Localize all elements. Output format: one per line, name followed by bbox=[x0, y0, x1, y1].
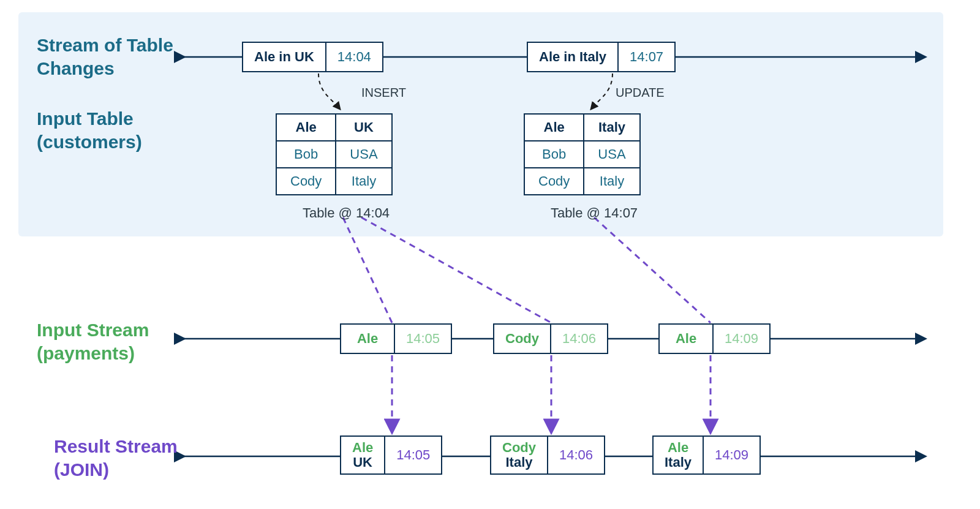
table-caption-1: Table @ 14:04 bbox=[288, 205, 404, 221]
change-event-text: Ale in UK bbox=[242, 42, 326, 72]
table-cell: USA bbox=[584, 141, 639, 168]
result-event-3: Ale Italy 14:09 bbox=[652, 435, 761, 475]
result-time: 14:09 bbox=[703, 435, 761, 475]
table-cell: Italy bbox=[584, 168, 639, 195]
label-input-stream: Input Stream (payments) bbox=[37, 319, 149, 364]
result-event-1: Ale UK 14:05 bbox=[340, 435, 442, 475]
result-name: Ale bbox=[352, 440, 373, 455]
payment-event-2: Cody 14:06 bbox=[493, 323, 608, 354]
result-event-2: Cody Italy 14:06 bbox=[490, 435, 605, 475]
result-country: UK bbox=[353, 455, 372, 470]
label-input-table: Input Table (customers) bbox=[37, 107, 142, 153]
payment-time: 14:09 bbox=[712, 323, 771, 354]
table-cell: Italy bbox=[336, 168, 391, 195]
result-time: 14:05 bbox=[384, 435, 442, 475]
payment-name: Cody bbox=[493, 323, 551, 354]
change-event-2: Ale in Italy 14:07 bbox=[527, 42, 676, 72]
change-event-time: 14:04 bbox=[325, 42, 383, 72]
payment-name: Ale bbox=[658, 323, 714, 354]
label-result-stream: Result Stream (JOIN) bbox=[54, 435, 178, 481]
result-pair: Cody Italy bbox=[490, 435, 548, 475]
customers-table-2: AleItaly BobUSA CodyItaly bbox=[524, 113, 641, 195]
table-caption-2: Table @ 14:07 bbox=[536, 205, 652, 221]
table-cell: Cody bbox=[276, 168, 336, 195]
result-name: Ale bbox=[668, 440, 688, 455]
payment-event-3: Ale 14:09 bbox=[658, 323, 771, 354]
result-name: Cody bbox=[502, 440, 536, 455]
op-insert: INSERT bbox=[361, 86, 406, 100]
change-event-time: 14:07 bbox=[617, 42, 676, 72]
result-time: 14:06 bbox=[547, 435, 605, 475]
table-cell: Cody bbox=[524, 168, 584, 195]
payment-event-1: Ale 14:05 bbox=[340, 323, 452, 354]
table-cell: Ale bbox=[276, 114, 336, 141]
table-cell: Ale bbox=[524, 114, 584, 141]
result-pair: Ale Italy bbox=[652, 435, 704, 475]
table-cell: Italy bbox=[584, 114, 639, 141]
result-country: Italy bbox=[665, 455, 692, 470]
table-cell: USA bbox=[336, 141, 391, 168]
op-update: UPDATE bbox=[616, 86, 665, 100]
table-cell: Bob bbox=[524, 141, 584, 168]
payment-time: 14:06 bbox=[550, 323, 608, 354]
result-pair: Ale UK bbox=[340, 435, 385, 475]
label-stream-changes: Stream of Table Changes bbox=[37, 34, 173, 80]
table-cell: UK bbox=[336, 114, 391, 141]
table-cell: Bob bbox=[276, 141, 336, 168]
result-country: Italy bbox=[505, 455, 532, 470]
payment-time: 14:05 bbox=[394, 323, 452, 354]
customers-table-1: AleUK BobUSA CodyItaly bbox=[276, 113, 393, 195]
diagram-canvas: Stream of Table Changes Input Table (cus… bbox=[0, 0, 980, 509]
payment-name: Ale bbox=[340, 323, 395, 354]
change-event-1: Ale in UK 14:04 bbox=[242, 42, 383, 72]
change-event-text: Ale in Italy bbox=[527, 42, 619, 72]
